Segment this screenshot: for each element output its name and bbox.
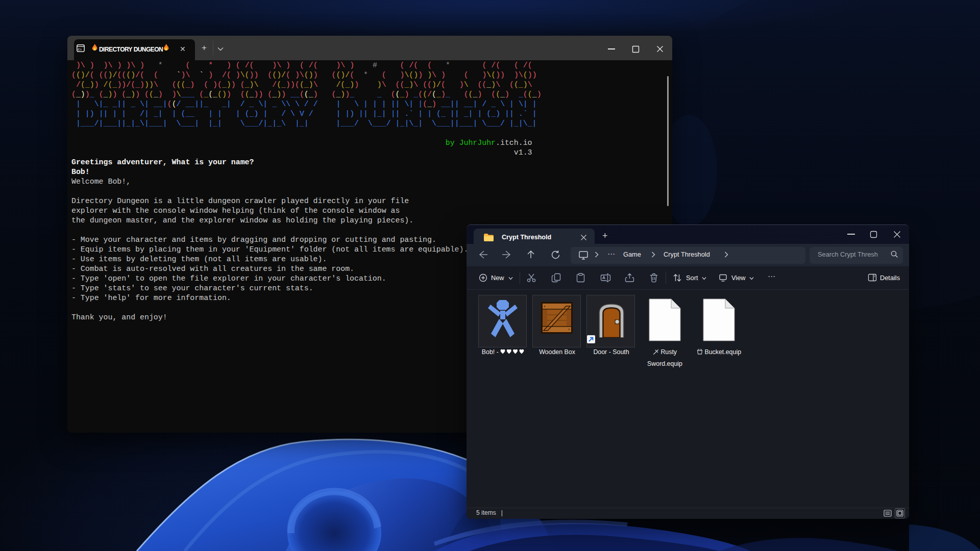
svg-text:C:\: C:\: [78, 48, 82, 51]
